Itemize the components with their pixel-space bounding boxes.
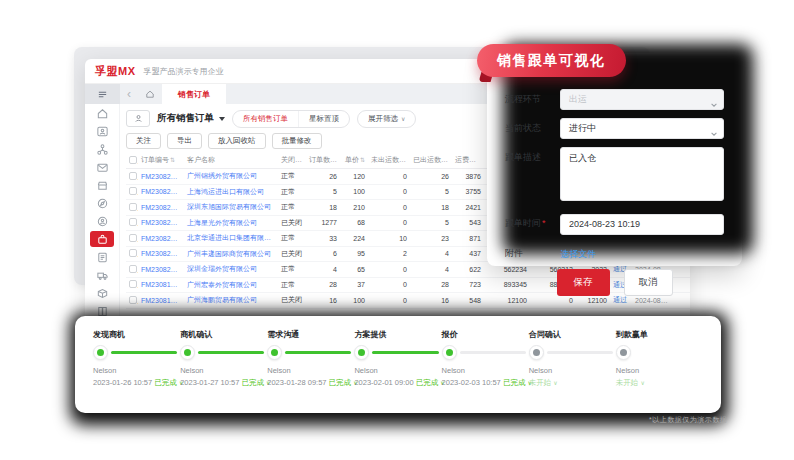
step-status[interactable]: 已完成 ∨ — [503, 378, 532, 387]
column-header-close-status[interactable]: 关闭状态 — [278, 155, 306, 165]
segment-option[interactable]: 所有销售订单 — [233, 111, 298, 127]
order-no-link[interactable]: FM230821002 — [138, 250, 184, 257]
column-header-order-no[interactable]: 订单编号⇅ — [138, 155, 184, 165]
back-chevron-icon[interactable]: ‹ — [120, 84, 138, 104]
order-no-link[interactable]: FM230825001 — [138, 188, 184, 195]
approval-tag[interactable]: 通过 — [610, 295, 632, 305]
order-qty: 1277 — [306, 219, 340, 226]
store-icon[interactable] — [85, 177, 120, 195]
choose-file-link[interactable]: 选择文件 — [560, 244, 596, 261]
customer-link[interactable]: 深圳金瑞外贸有限公司 — [184, 264, 278, 274]
order-no-link[interactable]: FM230822002 — [138, 204, 184, 211]
select-all-checkbox[interactable] — [129, 156, 137, 164]
row-checkbox[interactable] — [129, 280, 137, 288]
contacts-icon[interactable] — [85, 123, 120, 141]
row-checkbox[interactable] — [129, 296, 137, 304]
home-icon[interactable] — [85, 105, 120, 123]
step-node-dot — [271, 349, 278, 356]
status-select[interactable]: 进行中 — [560, 118, 724, 139]
customer-link[interactable]: 广州锦绣外贸有限公司 — [184, 171, 278, 181]
step-node-dot — [446, 349, 453, 356]
step-owner: Nelson — [354, 366, 441, 375]
stage-select[interactable]: 出运 — [560, 89, 724, 110]
sort-icon: ⇅ — [360, 157, 365, 163]
required-mark: * — [542, 218, 546, 228]
orders-icon[interactable] — [90, 231, 114, 247]
row-checkbox[interactable] — [129, 187, 137, 195]
order-no-link[interactable]: FM230821003 — [138, 235, 184, 242]
mail-icon[interactable] — [85, 159, 120, 177]
order-no-link[interactable]: FM230826001 — [138, 173, 184, 180]
column-header-customer[interactable]: 客户名称 — [184, 155, 278, 165]
customer-link[interactable]: 上海鸿运进出口有限公司 — [184, 187, 278, 197]
action-button[interactable]: 批量修改 — [272, 133, 322, 149]
view-title[interactable]: 所有销售订单 — [157, 112, 214, 125]
save-button[interactable]: 保存 — [557, 269, 610, 296]
account-icon[interactable] — [85, 212, 120, 230]
row-checkbox[interactable] — [129, 218, 137, 226]
cancel-button[interactable]: 取消 — [624, 269, 673, 296]
customer-link[interactable]: 广州宏泰外贸有限公司 — [184, 280, 278, 290]
home-icon[interactable] — [138, 84, 162, 104]
unit-price: 100 — [340, 188, 368, 195]
order-no-link[interactable]: FM230821001 — [138, 266, 184, 273]
tracking-time-input[interactable] — [560, 214, 724, 235]
menu-icon[interactable] — [85, 84, 120, 104]
view-switcher-button[interactable] — [126, 110, 150, 127]
step-status[interactable]: 已完成 ∨ — [154, 378, 183, 387]
caret-down-icon — [219, 117, 225, 121]
customer-link[interactable]: 深圳东旭国际贸易有限公司 — [184, 202, 278, 212]
row-checkbox[interactable] — [129, 265, 137, 273]
segment-option[interactable]: 星标置顶 — [298, 111, 349, 127]
field-label-description: 跟单描述 — [505, 147, 560, 164]
action-button[interactable]: 导出 — [167, 133, 202, 149]
timeline-step: 到款赢单 Nelson 未开始 ∨ — [616, 329, 703, 413]
step-status[interactable]: 已完成 ∨ — [329, 378, 358, 387]
column-header-unshipped[interactable]: 未出运数量⇅ — [368, 155, 410, 165]
step-connector — [111, 351, 177, 354]
expand-filter-button[interactable]: 展开筛选 ∨ — [357, 110, 416, 128]
customer-link[interactable]: 广州丰递国际商贸有限公司 — [184, 249, 278, 259]
customer-link[interactable]: 广州海鹏贸易有限公司 — [184, 295, 278, 305]
step-status[interactable]: 未开始 ∨ — [616, 378, 645, 387]
step-status[interactable]: 未开始 ∨ — [529, 378, 558, 387]
column-header-shipped[interactable]: 已出运数量⇅ — [410, 155, 452, 165]
close-status: 已关闭 — [278, 249, 306, 259]
unit-price: 120 — [340, 173, 368, 180]
unshipped-qty: 0 — [368, 204, 410, 211]
step-status[interactable]: 已完成 ∨ — [416, 378, 445, 387]
documents-icon[interactable] — [85, 248, 120, 266]
action-button[interactable]: 关注 — [126, 133, 161, 149]
products-icon[interactable] — [85, 284, 120, 302]
org-structure-icon[interactable] — [85, 141, 120, 159]
step-owner: Nelson — [442, 366, 529, 375]
step-connector — [547, 351, 613, 354]
row-checkbox[interactable] — [129, 172, 137, 180]
order-no-link[interactable]: FM230822001 — [138, 219, 184, 226]
step-status[interactable]: 已完成 ∨ — [241, 378, 270, 387]
customer-link[interactable]: 北京华通进出口集团有限公司 — [184, 233, 278, 243]
customer-link[interactable]: 上海星光外贸有限公司 — [184, 218, 278, 228]
row-checkbox[interactable] — [129, 203, 137, 211]
column-header-price[interactable]: 单价⇅ — [340, 155, 368, 165]
unshipped-qty: 10 — [368, 235, 410, 242]
order-no-link[interactable]: FM230814001 — [138, 297, 184, 304]
row-checkbox[interactable] — [129, 249, 137, 257]
column-header-qty[interactable]: 订单数量⇅ — [306, 155, 340, 165]
unshipped-qty: 0 — [368, 297, 410, 304]
action-button[interactable]: 放入回收站 — [208, 133, 266, 149]
tab-sales-orders[interactable]: 销售订单 — [162, 84, 226, 104]
shipped-qty: 5 — [410, 219, 452, 226]
timeline-step: 合同确认 Nelson 未开始 ∨ — [529, 329, 616, 413]
step-title: 到款赢单 — [616, 329, 703, 340]
order-no-link[interactable]: FM230816001 — [138, 281, 184, 288]
step-node — [529, 345, 544, 360]
unit-price: 68 — [340, 219, 368, 226]
company-name: 孚盟产品演示专用企业 — [144, 66, 224, 77]
row-checkbox[interactable] — [129, 234, 137, 242]
description-textarea[interactable]: 已入仓 — [560, 147, 724, 201]
chevron-down-icon: ∨ — [640, 380, 644, 386]
column-header-freight[interactable]: 运费合计 — [452, 155, 484, 165]
compass-icon[interactable] — [85, 195, 120, 213]
logistics-icon[interactable] — [85, 266, 120, 284]
